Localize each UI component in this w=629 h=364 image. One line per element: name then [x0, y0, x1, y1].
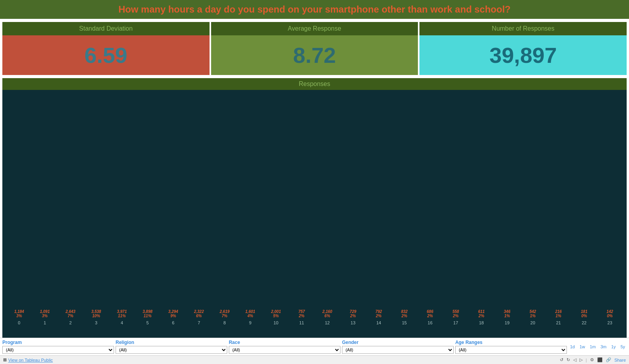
share-icon[interactable]: 🔗 [606, 357, 611, 362]
filter-group-age_ranges: Age Ranges(All) [455, 340, 567, 354]
bar-group: 7922% 14 [366, 309, 392, 325]
kpi-value-num: 39,897 [419, 35, 627, 75]
bar-label-top: 7292% [350, 309, 357, 318]
filter-label-age_ranges: Age Ranges [455, 340, 482, 345]
filter-group-program: Program(All) [2, 340, 114, 354]
bar-x-label: 15 [402, 320, 406, 325]
bar-group: 1810% 22 [571, 309, 597, 325]
bar-x-label: 13 [351, 320, 355, 325]
bar-group: 3,53810% 3 [83, 309, 109, 325]
bar-x-label: 6 [172, 320, 175, 325]
time-buttons: 1d1w1m3m1y5y [568, 344, 627, 350]
bar-group: 2,0015% 10 [263, 309, 289, 325]
bar-group: 2,6437% 2 [58, 309, 83, 325]
bar-group: 2,1606% 12 [314, 309, 340, 325]
bar-x-label: 10 [274, 320, 278, 325]
undo-icon[interactable]: ↺ [560, 357, 563, 362]
kpi-card-avg: Average Response 8.72 [211, 22, 418, 75]
bar-x-label: 16 [428, 320, 432, 325]
bar-label-top: 1,6014% [245, 309, 255, 318]
chart-area: 1,1843% 0 1,0913% 1 2,6437% 2 3,53810% 3… [2, 90, 627, 338]
bar-group: 3461% 19 [494, 309, 520, 325]
bar-label-top: 2,6437% [66, 309, 75, 318]
filter-group-gender: Gender(All) [342, 340, 454, 354]
filter-select-program[interactable]: (All) [2, 346, 114, 354]
bar-label-top: 5421% [530, 309, 536, 318]
bar-x-label: 22 [582, 320, 587, 325]
bar-x-label: 7 [198, 320, 200, 325]
bar-label-top: 6112% [478, 309, 485, 318]
bar-x-label: 23 [607, 320, 612, 325]
bar-label-top: 2,6197% [220, 309, 230, 318]
bar-group: 7572% 11 [289, 309, 314, 325]
bar-group: 7292% 13 [340, 309, 366, 325]
bar-x-label: 11 [299, 320, 304, 325]
nav-back-icon[interactable]: ◁ [573, 357, 576, 362]
time-btn-3m[interactable]: 3m [599, 344, 608, 350]
filter-group-race: Race(All) [229, 340, 340, 354]
bar-x-label: 1 [44, 320, 46, 325]
filter-label-race: Race [229, 340, 240, 345]
bar-label-top: 3,89811% [143, 309, 153, 318]
bar-label-top: 2161% [555, 309, 562, 318]
bar-group: 1420% 23 [597, 309, 623, 325]
kpi-card-num: Number of Responses 39,897 [419, 22, 627, 75]
bottom-bar: ⊞ View on Tableau Public ↺ ↻ ◁ ▷ | ⚙ ⬛ 🔗… [0, 355, 629, 364]
filter-select-race[interactable]: (All) [229, 346, 340, 354]
chart-title: Responses [2, 78, 627, 90]
header: How many hours a day do you spend on you… [0, 0, 629, 19]
bar-group: 1,0913% 1 [32, 309, 57, 325]
bar-x-label: 21 [556, 320, 561, 325]
filter-label-religion: Religion [116, 340, 134, 345]
bar-label-top: 7922% [375, 309, 382, 318]
bar-label-top: 1810% [581, 309, 588, 318]
bar-label-top: 3,2949% [168, 309, 178, 318]
kpi-card-std: Standard Deviation 6.59 [2, 22, 210, 75]
bar-x-label: 12 [325, 320, 329, 325]
bar-group: 1,6014% 9 [237, 309, 263, 325]
settings-icon[interactable]: ⚙ [590, 357, 594, 362]
bar-group: 3,2949% 6 [160, 309, 186, 325]
chart-section: Responses 1,1843% 0 1,0913% 1 2,6437% 2 … [2, 78, 627, 338]
time-btn-1y[interactable]: 1y [610, 344, 618, 350]
time-btn-5y[interactable]: 5y [619, 344, 627, 350]
download-icon[interactable]: ⬛ [597, 357, 603, 362]
bar-label-top: 1,1843% [14, 309, 24, 318]
tableau-link[interactable]: View on Tableau Public [8, 358, 53, 362]
filter-row: Program(All)Religion(All)Race(All)Gender… [0, 338, 629, 355]
bar-label-top: 1420% [607, 309, 613, 318]
bar-label-top: 3,53810% [91, 309, 101, 318]
bar-group: 1,1843% 0 [6, 309, 32, 325]
filter-select-gender[interactable]: (All) [342, 346, 454, 354]
share-label[interactable]: Share [614, 358, 626, 362]
bar-group: 2,3226% 7 [186, 309, 212, 325]
bar-x-label: 2 [69, 320, 72, 325]
filter-select-age_ranges[interactable]: (All) [455, 346, 567, 354]
bar-x-label: 14 [376, 320, 381, 325]
bar-label-top: 6862% [427, 309, 434, 318]
bar-x-label: 5 [146, 320, 149, 325]
bar-group: 2161% 21 [546, 309, 571, 325]
bar-label-top: 2,0015% [271, 309, 281, 318]
bar-group: 5582% 17 [443, 309, 469, 325]
filter-group-religion: Religion(All) [116, 340, 227, 354]
nav-fwd-icon[interactable]: ▷ [579, 357, 583, 362]
kpi-value-std: 6.59 [2, 35, 210, 75]
kpi-label-std: Standard Deviation [2, 22, 210, 35]
bar-label-top: 3,97111% [117, 309, 127, 318]
bars-container: 1,1843% 0 1,0913% 1 2,6437% 2 3,53810% 3… [6, 94, 623, 326]
redo-icon[interactable]: ↻ [566, 357, 570, 362]
bar-label-top: 5582% [452, 309, 459, 318]
kpi-row: Standard Deviation 6.59 Average Response… [2, 22, 627, 75]
bar-group: 6862% 16 [417, 309, 443, 325]
filter-label-program: Program [2, 340, 22, 345]
time-btn-1d[interactable]: 1d [568, 344, 576, 350]
page-title: How many hours a day do you spend on you… [118, 4, 510, 15]
bar-x-label: 4 [121, 320, 123, 325]
time-btn-1w[interactable]: 1w [578, 344, 587, 350]
filter-select-religion[interactable]: (All) [116, 346, 227, 354]
separator: | [586, 358, 587, 362]
bar-label-top: 1,0913% [40, 309, 50, 318]
time-btn-1m[interactable]: 1m [588, 344, 597, 350]
bar-group: 3,89811% 5 [135, 309, 160, 325]
